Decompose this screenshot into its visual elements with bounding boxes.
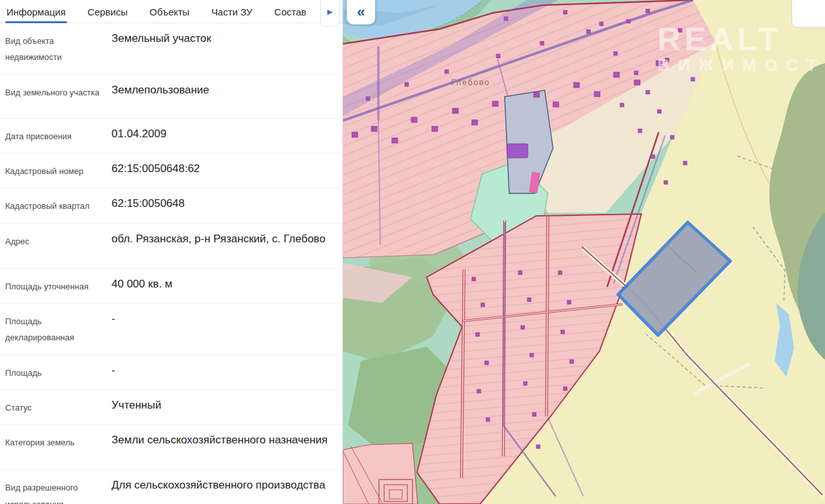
- map-control-box[interactable]: [791, 0, 825, 28]
- collapse-panel-button[interactable]: «: [347, 0, 375, 24]
- info-panel: Информация Сервисы Объекты Части ЗУ Сост…: [0, 0, 343, 504]
- info-row-cadastral-number: Кадастровый номер 62:15:0050648:62: [0, 153, 342, 188]
- tab-objects[interactable]: Объекты: [150, 0, 189, 23]
- tab-bar: Информация Сервисы Объекты Части ЗУ Сост…: [0, 0, 342, 23]
- row-label: Вид объекта недвижимости: [5, 31, 112, 66]
- tab-information[interactable]: Информация: [6, 0, 66, 23]
- tabs-scroll-right-button[interactable]: ▶: [320, 0, 340, 27]
- info-rows: Вид объекта недвижимости Земельный участ…: [0, 23, 342, 504]
- info-row-assign-date: Дата присвоения 01.04.2009: [0, 119, 342, 153]
- place-label: Глебово: [451, 77, 490, 87]
- row-value: обл. Рязанская, р-н Рязанский, с. Глебов…: [112, 231, 337, 260]
- info-row-permitted-use: Вид разрешенного использования Для сельс…: [0, 470, 342, 504]
- info-row-object-kind: Вид объекта недвижимости Земельный участ…: [0, 23, 342, 75]
- row-label: Площадь уточненная: [5, 276, 112, 295]
- cadastral-map[interactable]: Глебово « REALT ВИЖИМОСТЬ: [343, 0, 825, 504]
- row-value: 62:15:0050648: [112, 196, 337, 214]
- row-label: Площадь декларированная: [5, 311, 112, 346]
- row-label: Площадь: [5, 363, 112, 381]
- row-label: Адрес: [5, 231, 112, 260]
- info-row-land-kind: Вид земельного участка Землепользование: [0, 75, 342, 119]
- double-chevron-left-icon: «: [357, 4, 365, 21]
- row-value: Для сельскохозяйственного производства: [112, 478, 337, 504]
- row-value: 62:15:0050648:62: [112, 161, 337, 179]
- cadastral-map-app: Информация Сервисы Объекты Части ЗУ Сост…: [0, 0, 825, 504]
- chevron-right-icon: ▶: [327, 8, 333, 16]
- info-row-cadastral-block: Кадастровый квартал 62:15:0050648: [0, 188, 342, 223]
- map-canvas: Глебово: [343, 0, 825, 504]
- info-row-area-refined: Площадь уточненная 40 000 кв. м: [0, 269, 342, 304]
- row-label: Статус: [5, 398, 112, 416]
- row-label: Категория земель: [5, 432, 112, 461]
- row-value: Учтенный: [112, 398, 337, 416]
- row-value: Земли сельскохозяйственного назначения: [112, 432, 337, 461]
- info-row-area-declared: Площадь декларированная -: [0, 304, 342, 355]
- row-label: Дата присвоения: [5, 126, 112, 144]
- corner-parcels: [343, 443, 418, 504]
- row-value: Землепользование: [112, 82, 337, 110]
- row-label: Вид земельного участка: [5, 82, 112, 110]
- row-label: Кадастровый номер: [5, 161, 112, 179]
- row-value: Земельный участок: [112, 31, 337, 66]
- tab-composition[interactable]: Состав: [275, 0, 307, 23]
- info-row-status: Статус Учтенный: [0, 390, 342, 425]
- row-value: 01.04.2009: [112, 126, 337, 144]
- info-row-area: Площадь -: [0, 355, 342, 390]
- row-value: -: [112, 311, 337, 346]
- row-value: -: [112, 363, 337, 381]
- tab-services[interactable]: Сервисы: [88, 0, 128, 23]
- tab-parcel-parts[interactable]: Части ЗУ: [211, 0, 253, 23]
- row-label: Кадастровый квартал: [5, 196, 112, 214]
- info-row-address: Адрес обл. Рязанская, р-н Рязанский, с. …: [0, 224, 342, 269]
- row-label: Вид разрешенного использования: [5, 478, 112, 504]
- row-value: 40 000 кв. м: [112, 276, 337, 295]
- info-row-land-category: Категория земель Земли сельскохозяйствен…: [0, 425, 342, 470]
